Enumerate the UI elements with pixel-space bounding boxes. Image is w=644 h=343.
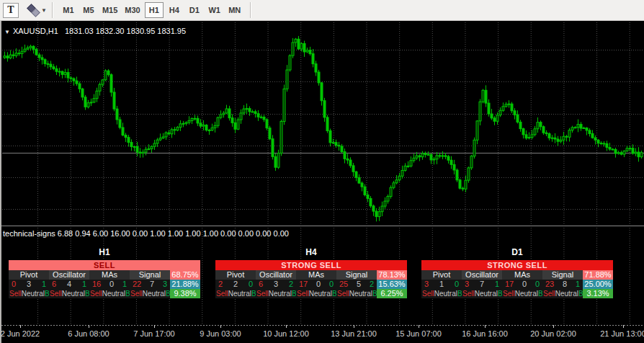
label-row: Sell Neutral Buy xyxy=(421,289,462,298)
text-tool-button[interactable]: T xyxy=(3,3,19,18)
time-axis-label: 10 Jun 12:00 xyxy=(263,329,309,338)
panel-title: D1 xyxy=(421,247,613,260)
label-row: Sell Neutral Buy xyxy=(89,289,130,298)
count-row: 17 0 0 xyxy=(502,280,542,289)
time-axis-label: 9 Jun 03:00 xyxy=(200,329,241,338)
arrows-icon xyxy=(27,4,39,16)
timeframe-button-m5[interactable]: M5 xyxy=(79,2,98,18)
time-axis-label: 6 Jun 08:00 xyxy=(68,329,109,338)
label-row: Sell Neutral Buy xyxy=(256,289,296,298)
percent-column: 71.88% 25.00% 3.13% xyxy=(583,270,613,298)
count-row: 6 4 1 xyxy=(49,280,89,289)
top-toolbar: T ▼ M1 M5 M15 M30 H1 H4 D1 W1 MN xyxy=(0,0,644,21)
text-tool-icon: T xyxy=(7,4,14,16)
timeframe-button-h4[interactable]: H4 xyxy=(165,2,184,18)
timeframe-button-m30[interactable]: M30 xyxy=(122,2,143,18)
count-row: 3 7 1 xyxy=(462,280,502,289)
column-oscillator: Oscillator 6 3 2 Sell Neutral Buy xyxy=(256,270,296,298)
percent-column: 68.75% 21.88% 9.38% xyxy=(170,270,200,298)
count-row: 22 7 3 xyxy=(130,280,170,289)
column-signal: Signal 23 8 1 Sell Neutral Buy xyxy=(542,270,583,298)
signal-table: Pivot 0 3 1 Sell Neutral Buy Oscillator … xyxy=(9,270,200,298)
symbol-marker-icon: ▼ xyxy=(4,29,10,35)
time-axis-label: 20 Jun 02:00 xyxy=(530,329,576,338)
timeframe-button-m1[interactable]: M1 xyxy=(59,2,78,18)
label-row: Sell Neutral Buy xyxy=(502,289,542,298)
neutral-percent: 21.88% xyxy=(170,280,200,289)
label-row: Sell Neutral Buy xyxy=(9,289,49,298)
column-pivot: Pivot 3 1 0 Sell Neutral Buy xyxy=(421,270,462,298)
timeframe-button-h1[interactable]: H1 xyxy=(145,2,164,18)
timeframe-button-m15[interactable]: M15 xyxy=(99,2,120,18)
count-row: 6 3 2 xyxy=(256,280,296,289)
count-row: 25 5 2 xyxy=(336,280,377,289)
time-axis-label: 2 Jun 2022 xyxy=(1,329,40,338)
sell-percent: 68.75% xyxy=(170,270,200,280)
label-row: Sell Neutral Buy xyxy=(215,289,256,298)
indicator-name-line: technical-signs 6.88 0.94 6.00 16.00 0.0… xyxy=(3,229,289,238)
label-row: Sell Neutral Buy xyxy=(49,289,89,298)
column-signal: Signal 22 7 3 Sell Neutral Buy xyxy=(130,270,170,298)
signal-banner: SELL xyxy=(9,260,200,270)
column-mas: MAs 17 0 0 Sell Neutral Buy xyxy=(296,270,336,298)
sell-percent: 78.13% xyxy=(377,270,407,280)
time-axis-label: 16 Jun 16:00 xyxy=(462,329,508,338)
label-row: Sell Neutral Buy xyxy=(296,289,336,298)
neutral-percent: 25.00% xyxy=(583,280,613,289)
count-row: 3 1 0 xyxy=(421,280,462,289)
label-row: Sell Neutral Buy xyxy=(130,289,170,298)
count-row: 17 0 0 xyxy=(296,280,336,289)
chart-symbol-label: XAUUSD,H1 xyxy=(13,27,58,35)
time-axis-label: 13 Jun 21:00 xyxy=(331,329,377,338)
column-signal: Signal 25 5 2 Sell Neutral Buy xyxy=(336,270,377,298)
panel-title: H1 xyxy=(9,247,200,260)
chart-ohlc-quotes: 1831.03 1832.30 1830.95 1831.95 xyxy=(65,27,186,35)
count-row: 23 8 1 xyxy=(542,280,583,289)
signal-table: Pivot 2 2 0 Sell Neutral Buy Oscillator … xyxy=(215,270,407,298)
neutral-percent: 15.63% xyxy=(377,280,407,289)
buy-percent: 3.13% xyxy=(583,289,613,298)
column-pivot: Pivot 0 3 1 Sell Neutral Buy xyxy=(9,270,49,298)
column-oscillator: Oscillator 3 7 1 Sell Neutral Buy xyxy=(462,270,502,298)
label-row: Sell Neutral Buy xyxy=(542,289,583,298)
label-row: Sell Neutral Buy xyxy=(336,289,377,298)
signal-panel-h4: H4 STRONG SELL Pivot 2 2 0 Sell Neutral … xyxy=(215,247,407,298)
count-row: 0 3 1 xyxy=(9,280,49,289)
timeframe-button-d1[interactable]: D1 xyxy=(185,2,204,18)
column-mas: MAs 17 0 0 Sell Neutral Buy xyxy=(502,270,542,298)
column-oscillator: Oscillator 6 4 1 Sell Neutral Buy xyxy=(49,270,89,298)
buy-percent: 6.25% xyxy=(377,289,407,298)
signal-banner: STRONG SELL xyxy=(215,260,407,270)
column-mas: MAs 16 0 1 Sell Neutral Buy xyxy=(89,270,130,298)
label-row: Sell Neutral Buy xyxy=(462,289,502,298)
count-row: 2 2 0 xyxy=(215,280,256,289)
sell-percent: 71.88% xyxy=(583,270,613,280)
panel-title: H4 xyxy=(215,247,407,260)
column-pivot: Pivot 2 2 0 Sell Neutral Buy xyxy=(215,270,256,298)
timeframe-button-mn[interactable]: MN xyxy=(225,2,244,18)
time-axis-label: 21 Jun 13:00 xyxy=(600,329,644,338)
timeframe-button-w1[interactable]: W1 xyxy=(205,2,224,18)
percent-column: 78.13% 15.63% 6.25% xyxy=(377,270,407,298)
toolbar-separator xyxy=(250,2,251,18)
arrows-tool-button[interactable]: ▼ xyxy=(27,2,47,18)
count-row: 16 0 1 xyxy=(89,280,130,289)
signal-table: Pivot 3 1 0 Sell Neutral Buy Oscillator … xyxy=(421,270,613,298)
chevron-down-icon[interactable]: ▼ xyxy=(41,7,47,14)
toolbar-separator xyxy=(52,2,53,18)
chart-header: ▼XAUUSD,H11831.03 1832.30 1830.95 1831.9… xyxy=(4,27,186,35)
time-axis[interactable]: 2 Jun 2022 6 Jun 08:00 7 Jun 17:00 9 Jun… xyxy=(0,325,644,343)
signal-banner: STRONG SELL xyxy=(421,260,613,270)
buy-percent: 9.38% xyxy=(170,289,200,298)
time-axis-label: 15 Jun 07:00 xyxy=(395,329,442,338)
signal-panel-h1: H1 SELL Pivot 0 3 1 Sell Neutral Buy Osc… xyxy=(9,247,200,298)
signal-panel-d1: D1 STRONG SELL Pivot 3 1 0 Sell Neutral … xyxy=(421,247,613,298)
time-axis-label: 7 Jun 17:00 xyxy=(133,329,175,338)
